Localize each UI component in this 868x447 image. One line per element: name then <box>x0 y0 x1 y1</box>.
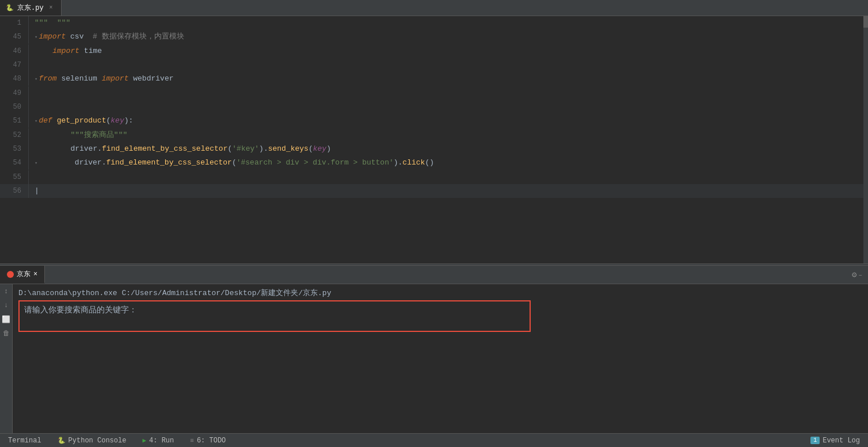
clear-console-button[interactable]: 🗑 <box>1 328 12 338</box>
code-line-49: 49 <box>0 86 868 100</box>
settings-icon: ⚙ <box>852 270 856 280</box>
run-label: 4: Run <box>149 437 174 445</box>
code-line-45: 45 ▾import csv # 数据保存模块，内置模块 <box>0 30 868 44</box>
todo-tab[interactable]: ≡ 6: TODO <box>182 434 234 447</box>
code-lines: 1 """ """ 45 ▾import csv # 数据保存模块，内置模块 4… <box>0 16 868 198</box>
editor-tab-close[interactable]: × <box>47 4 55 12</box>
console-panel: 京东 × ⚙ – ↕ ↓ ⬜ 🗑 D:\anaconda\python.exe … <box>0 266 868 435</box>
console-settings-button[interactable]: ⚙ – <box>846 266 868 284</box>
event-log-badge: 1 <box>810 437 820 444</box>
console-prompt-text: 请输入你要搜索商品的关键字： <box>24 305 137 315</box>
code-line-53: 53 driver.find_element_by_css_selector('… <box>0 142 868 156</box>
python-console-tab[interactable]: 🐍 Python Console <box>50 434 135 447</box>
editor-tab-jingdong[interactable]: 🐍 京东.py × <box>0 0 62 16</box>
code-line-51: 51 ▾def get_product(key): <box>0 114 868 128</box>
console-tab-label: 京东 <box>17 269 31 279</box>
code-line-52: 52 """搜索商品""" <box>0 128 868 142</box>
event-log-label: Event Log <box>823 437 860 445</box>
python-file-icon: 🐍 <box>6 4 14 12</box>
code-line-1: 1 """ """ <box>0 16 868 30</box>
scroll-down-button[interactable]: ↓ <box>1 300 12 311</box>
editor-tab-label: 京东.py <box>17 3 44 13</box>
code-line-55: 55 <box>0 170 868 184</box>
event-log-button[interactable]: 1 Event Log <box>802 437 868 445</box>
python-console-icon: 🐍 <box>58 437 66 444</box>
editor-scrollbar-thumb[interactable] <box>863 16 868 28</box>
editor-tab-bar: 🐍 京东.py × <box>0 0 868 16</box>
terminal-label: Terminal <box>8 437 41 445</box>
code-line-54: 54 ▾ driver.find_element_by_css_selector… <box>0 156 868 170</box>
console-input-box[interactable]: 请输入你要搜索商品的关键字： <box>18 300 531 332</box>
python-console-label: Python Console <box>68 437 127 445</box>
panel-divider[interactable] <box>0 263 868 266</box>
editor-scrollbar-track[interactable] <box>863 16 868 263</box>
console-run-icon <box>7 271 14 278</box>
soft-wrap-button[interactable]: ⬜ <box>1 314 12 324</box>
todo-icon: ≡ <box>190 437 194 444</box>
code-line-46: 46 import time <box>0 44 868 58</box>
editor-area: 1 """ """ 45 ▾import csv # 数据保存模块，内置模块 4… <box>0 16 868 263</box>
scroll-to-top-button[interactable]: ↕ <box>1 286 12 297</box>
todo-label: 6: TODO <box>197 437 226 445</box>
console-tab-close[interactable]: × <box>33 270 37 278</box>
terminal-tab[interactable]: Terminal <box>0 434 50 447</box>
status-right: 1 Event Log <box>802 437 868 445</box>
console-path: D:\anaconda\python.exe C:/Users/Administ… <box>18 288 862 298</box>
settings-dash: – <box>858 272 862 278</box>
status-bar: Terminal 🐍 Python Console ▶ 4: Run ≡ 6: … <box>0 433 868 447</box>
code-line-48: 48 ▾from selenium import webdriver <box>0 72 868 86</box>
code-line-56: 56 | <box>0 184 868 198</box>
code-line-47: 47 <box>0 58 868 72</box>
code-line-50: 50 <box>0 100 868 114</box>
run-icon: ▶ <box>142 437 146 444</box>
run-tab[interactable]: ▶ 4: Run <box>134 434 182 447</box>
console-left-toolbar: ↕ ↓ ⬜ 🗑 <box>0 284 13 435</box>
console-tab-jd[interactable]: 京东 × <box>0 266 45 284</box>
console-content: D:\anaconda\python.exe C:/Users/Administ… <box>13 284 868 335</box>
console-tab-bar: 京东 × ⚙ – <box>0 266 868 284</box>
